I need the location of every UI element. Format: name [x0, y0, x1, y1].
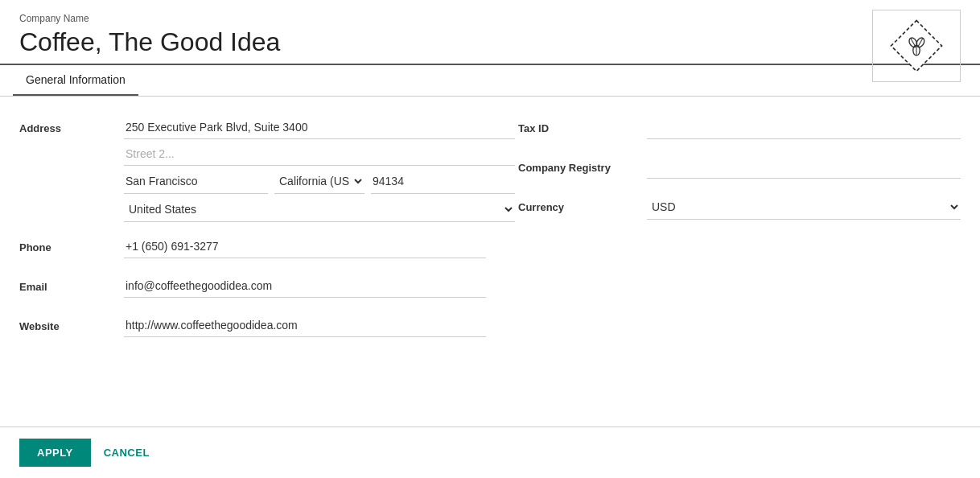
address-inputs: California (US United States: [124, 116, 515, 222]
cancel-button[interactable]: CANCEL: [104, 447, 150, 459]
address-field-row: Address California (US United States: [19, 116, 486, 222]
currency-select[interactable]: USD EUR GBP: [647, 195, 961, 220]
tabs: General Information: [0, 65, 980, 97]
header: Company Name Coffee, The Good Idea: [0, 0, 980, 65]
email-input[interactable]: [124, 274, 486, 298]
website-input[interactable]: [124, 314, 486, 337]
currency-label: Currency: [518, 195, 647, 213]
city-input[interactable]: [124, 169, 268, 194]
phone-label: Phone: [19, 235, 124, 253]
company-registry-label: Company Registry: [518, 155, 647, 174]
tax-id-field-row: Tax ID: [518, 116, 961, 139]
company-name-value: Coffee, The Good Idea: [19, 27, 961, 57]
company-registry-field-row: Company Registry: [518, 155, 961, 179]
content: Address California (US United States: [0, 97, 980, 426]
website-field-row: Website: [19, 314, 486, 340]
tab-general-information[interactable]: General Information: [13, 65, 138, 96]
page-wrapper: Company Name Coffee, The Good Idea Gener…: [0, 0, 980, 478]
tax-id-label: Tax ID: [518, 116, 647, 134]
email-inputs: [124, 274, 486, 301]
phone-input[interactable]: [124, 235, 486, 258]
country-row: United States: [124, 197, 515, 222]
apply-button[interactable]: APPLY: [19, 439, 91, 467]
tax-id-input[interactable]: [647, 116, 961, 139]
city-state-zip-row: California (US: [124, 169, 515, 194]
state-select[interactable]: California (US: [274, 169, 364, 194]
email-field-row: Email: [19, 274, 486, 301]
street1-input[interactable]: [124, 116, 515, 139]
address-label: Address: [19, 116, 124, 134]
website-inputs: [124, 314, 486, 340]
left-column: Address California (US United States: [19, 116, 486, 407]
phone-field-row: Phone: [19, 235, 486, 262]
street2-input[interactable]: [124, 142, 515, 166]
website-label: Website: [19, 314, 124, 332]
logo-box: [872, 10, 961, 82]
company-registry-input[interactable]: [647, 155, 961, 179]
zip-input[interactable]: [371, 169, 515, 194]
email-label: Email: [19, 274, 124, 293]
logo-icon: [888, 18, 945, 74]
country-select[interactable]: United States: [124, 197, 515, 222]
company-name-label: Company Name: [19, 13, 961, 24]
right-column: Tax ID Company Registry Currency USD EUR…: [518, 116, 961, 407]
footer: APPLY CANCEL: [0, 426, 980, 478]
currency-field-row: Currency USD EUR GBP: [518, 195, 961, 220]
phone-inputs: [124, 235, 486, 262]
